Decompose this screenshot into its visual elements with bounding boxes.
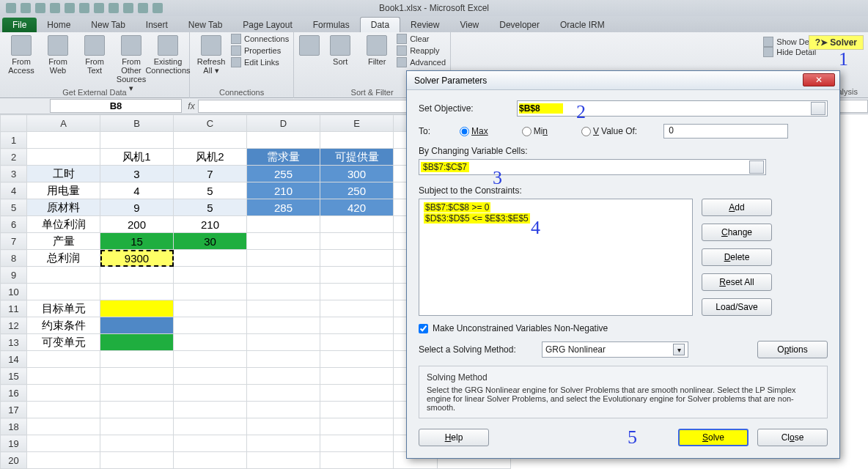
max-radio[interactable]: Max bbox=[460, 126, 488, 136]
set-objective-input[interactable]: $B$8 bbox=[517, 100, 828, 117]
database-icon bbox=[11, 35, 32, 56]
constraints-list[interactable]: $B$7:$C$8 >= 0 $D$3:$D$5 <= $E$3:$E$5 bbox=[419, 199, 693, 316]
options-button[interactable]: Options bbox=[757, 341, 828, 358]
solving-method-select[interactable]: GRG Nonlinear ▾ bbox=[542, 341, 688, 358]
tab-oracle[interactable]: Oracle IRM bbox=[550, 18, 615, 32]
help-button[interactable]: Help bbox=[419, 429, 489, 446]
reapply-icon bbox=[397, 45, 407, 56]
range-picker-icon[interactable] bbox=[749, 160, 764, 174]
constraint-item[interactable]: $D$3:$D$5 <= $E$3:$E$5 bbox=[424, 213, 530, 224]
titlebar: Book1.xlsx - Microsoft Excel bbox=[0, 0, 868, 16]
close-button[interactable]: Close bbox=[757, 429, 828, 446]
fx-icon[interactable]: fx bbox=[185, 101, 198, 111]
funnel-icon bbox=[367, 35, 387, 56]
sort-button[interactable]: Sort bbox=[323, 34, 357, 66]
min-radio[interactable]: Min bbox=[522, 126, 548, 136]
col-header[interactable]: B bbox=[100, 115, 174, 132]
clear-button[interactable]: Clear bbox=[397, 34, 446, 44]
solver-button[interactable]: ?➤ Solver bbox=[809, 35, 864, 50]
solver-dialog: Solver Parameters ✕ Set Objective: $B$8 … bbox=[406, 70, 840, 459]
tab-insert[interactable]: Insert bbox=[136, 18, 178, 32]
properties-icon bbox=[231, 45, 241, 56]
dialog-title: Solver Parameters bbox=[414, 75, 487, 86]
tab-review[interactable]: Review bbox=[400, 18, 449, 32]
text-file-icon bbox=[84, 35, 105, 56]
change-button[interactable]: Change bbox=[702, 224, 772, 241]
link-icon bbox=[158, 35, 178, 56]
unconstrained-checkbox[interactable] bbox=[419, 324, 428, 333]
reset-all-button[interactable]: Reset All bbox=[702, 273, 772, 291]
advanced-icon bbox=[397, 57, 407, 67]
col-header[interactable]: A bbox=[27, 115, 100, 132]
tab-view[interactable]: View bbox=[449, 18, 489, 32]
sort-icon bbox=[330, 35, 350, 56]
ribbon-tabs: File Home New Tab Insert New Tab Page La… bbox=[0, 16, 868, 32]
add-button[interactable]: AAdddd bbox=[702, 199, 772, 216]
existing-connections-button[interactable]: Existing Connections bbox=[151, 34, 185, 75]
refresh-all-button[interactable]: Refresh All ▾ bbox=[194, 34, 228, 75]
col-header[interactable]: D bbox=[247, 115, 320, 132]
from-web-button[interactable]: From Web bbox=[41, 34, 75, 75]
variable-cells-input[interactable]: $B$7:$C$7 bbox=[419, 159, 766, 175]
solve-button[interactable]: Solve bbox=[678, 429, 749, 446]
cell-b8-selected[interactable]: 9300 bbox=[100, 250, 174, 267]
col-header[interactable]: E bbox=[320, 115, 394, 132]
reapply-button[interactable]: Reapply bbox=[397, 45, 446, 56]
minus-icon bbox=[763, 47, 773, 57]
edit-icon bbox=[231, 57, 241, 67]
edit-links-button[interactable]: Edit Links bbox=[231, 57, 289, 67]
range-picker-icon[interactable] bbox=[811, 102, 825, 115]
connections-button[interactable]: Connections bbox=[231, 34, 289, 44]
properties-button[interactable]: Properties bbox=[231, 45, 289, 56]
quick-access-toolbar bbox=[0, 0, 163, 16]
valueof-input[interactable]: 0 bbox=[663, 124, 788, 139]
from-access-button[interactable]: From Access bbox=[4, 34, 38, 75]
sort-az-button[interactable] bbox=[298, 34, 320, 57]
from-text-button[interactable]: From Text bbox=[78, 34, 111, 75]
solving-method-frame: Solving Method Select the GRG Nonlinear … bbox=[419, 366, 828, 418]
link-icon bbox=[231, 34, 241, 44]
tab-home[interactable]: Home bbox=[37, 18, 81, 32]
globe-icon bbox=[48, 35, 68, 56]
plus-icon bbox=[763, 37, 773, 47]
group-connections: Refresh All ▾ Connections Properties Edi… bbox=[190, 32, 294, 98]
chevron-down-icon[interactable]: ▾ bbox=[673, 344, 685, 355]
tab-pagelayout[interactable]: Page Layout bbox=[232, 18, 302, 32]
solving-method-text: Select the GRG Nonlinear engine for Solv… bbox=[427, 385, 820, 412]
unconstrained-label: Make Unconstrained Variables Non-Negativ… bbox=[433, 323, 608, 333]
clear-icon bbox=[397, 34, 407, 44]
constraint-item[interactable]: $B$7:$C$8 >= 0 bbox=[424, 202, 490, 213]
sources-icon bbox=[121, 35, 141, 56]
tab-formulas[interactable]: Formulas bbox=[303, 18, 360, 32]
tab-newtab1[interactable]: New Tab bbox=[81, 18, 135, 32]
solving-method-label: Select a Solving Method: bbox=[419, 344, 536, 355]
title-text: Book1.xlsx - Microsoft Excel bbox=[379, 3, 489, 13]
refresh-icon bbox=[201, 35, 221, 56]
sort-az-icon bbox=[299, 35, 320, 56]
row-header[interactable]: 1 bbox=[1, 132, 27, 149]
group-label: Get External Data bbox=[4, 88, 185, 98]
dialog-titlebar[interactable]: Solver Parameters ✕ bbox=[407, 71, 839, 90]
to-label: To: bbox=[419, 126, 454, 136]
filter-button[interactable]: Filter bbox=[360, 34, 394, 66]
group-get-external-data: From Access From Web From Text From Othe… bbox=[0, 32, 190, 98]
solving-method-title: Solving Method bbox=[427, 372, 820, 383]
delete-button[interactable]: Delete bbox=[702, 248, 772, 266]
tab-newtab2[interactable]: New Tab bbox=[178, 18, 232, 32]
valueof-radio[interactable]: VValue Of: bbox=[581, 126, 637, 136]
tab-data[interactable]: Data bbox=[360, 17, 400, 32]
load-save-button[interactable]: Load/Save bbox=[702, 298, 772, 316]
tab-file[interactable]: File bbox=[2, 18, 37, 32]
name-box[interactable]: B8 bbox=[50, 99, 182, 113]
by-changing-label: By Changing Variable Cells: bbox=[419, 146, 828, 156]
set-objective-label: Set Objective: bbox=[419, 103, 511, 114]
from-other-button[interactable]: From Other Sources ▾ bbox=[114, 34, 148, 92]
col-header[interactable]: C bbox=[174, 115, 247, 132]
close-button[interactable]: ✕ bbox=[803, 73, 835, 86]
tab-developer[interactable]: Developer bbox=[489, 18, 550, 32]
advanced-button[interactable]: Advanced bbox=[397, 57, 446, 67]
constraints-label: Subject to the Constraints: bbox=[419, 185, 828, 196]
